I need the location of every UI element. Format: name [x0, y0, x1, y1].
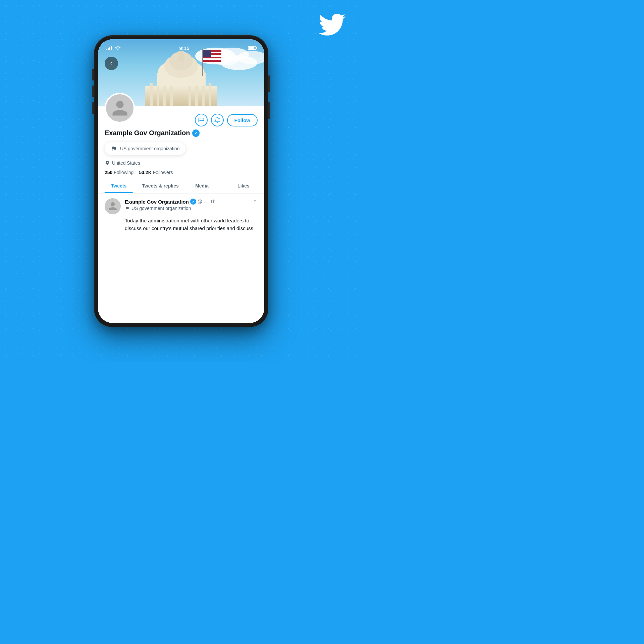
- tweet-name-row: Example Gov Organization ✓ @... · 1h: [125, 198, 258, 205]
- tweet-body: Today the administration met with other …: [105, 217, 258, 232]
- battery-icon: [248, 46, 256, 50]
- tab-media[interactable]: Media: [181, 178, 223, 193]
- bell-plus-icon: [214, 117, 220, 123]
- twitter-logo: [319, 13, 345, 35]
- tweet-gov-label: US government organization: [125, 206, 258, 211]
- svg-point-0: [117, 49, 118, 50]
- tab-tweets-replies[interactable]: Tweets & replies: [140, 178, 181, 193]
- stats-row: 250 Following 53.2K Followers: [98, 168, 264, 178]
- back-button[interactable]: [105, 57, 118, 70]
- svg-rect-25: [203, 58, 221, 60]
- phone-frame: 9:15: [94, 35, 268, 327]
- svg-rect-15: [209, 83, 211, 106]
- followers-label: Followers: [153, 170, 173, 175]
- svg-rect-8: [150, 83, 153, 106]
- signal-bar-1: [106, 49, 107, 50]
- following-stat[interactable]: 250 Following: [105, 170, 133, 175]
- tweet-item: Example Gov Organization ✓ @... · 1h: [98, 194, 264, 237]
- chevron-left-icon: [109, 61, 114, 66]
- phone-mockup: 9:15: [94, 35, 268, 327]
- profile-content: Follow Example Gov Organization ✓ US gov…: [98, 106, 264, 237]
- flag-icon: [111, 146, 117, 152]
- tweet-flag-icon: [125, 206, 129, 211]
- action-buttons: Follow: [195, 110, 258, 126]
- following-count: 250: [105, 170, 112, 175]
- follow-button[interactable]: Follow: [227, 114, 258, 126]
- avatar: [105, 93, 135, 123]
- wifi-icon: [115, 46, 121, 50]
- tab-likes[interactable]: Likes: [223, 178, 264, 193]
- signal-bar-3: [109, 47, 110, 50]
- tweet-info: Example Gov Organization ✓ @... · 1h: [125, 198, 258, 214]
- status-right: [248, 46, 256, 50]
- profile-name-section: Example Gov Organization ✓: [98, 126, 264, 140]
- tweet-time: 1h: [210, 199, 216, 204]
- status-bar: 9:15: [98, 39, 264, 54]
- tweet-header: Example Gov Organization ✓ @... · 1h: [105, 198, 258, 214]
- svg-rect-12: [189, 83, 191, 106]
- svg-rect-10: [163, 83, 166, 106]
- svg-rect-14: [202, 83, 205, 106]
- tweet-avatar: [105, 198, 121, 214]
- profile-tabs: Tweets Tweets & replies Media Likes: [98, 178, 264, 194]
- avatar-container: [105, 93, 135, 123]
- gov-label-pill: US government organization: [105, 142, 185, 155]
- followers-stat[interactable]: 53.2K Followers: [139, 170, 173, 175]
- tweet-chevron-icon[interactable]: [252, 198, 258, 205]
- notification-button[interactable]: [211, 114, 224, 126]
- tweet-avatar-icon: [108, 201, 118, 211]
- signal-bar-2: [108, 48, 109, 50]
- battery-fill: [249, 47, 254, 49]
- tweet-handle: @...: [198, 199, 206, 204]
- profile-name-text: Example Gov Organization: [105, 129, 190, 137]
- svg-rect-9: [157, 83, 159, 106]
- location-row: United States: [98, 158, 264, 168]
- status-left: [106, 46, 121, 50]
- message-icon: [198, 117, 204, 123]
- tab-tweets[interactable]: Tweets: [98, 178, 140, 193]
- status-time: 9:15: [179, 45, 189, 51]
- location-icon: [105, 160, 110, 166]
- profile-name: Example Gov Organization ✓: [105, 129, 258, 137]
- chevron-down-icon: [252, 198, 258, 204]
- gov-label-text: US government organization: [120, 146, 179, 151]
- svg-rect-7: [145, 86, 217, 106]
- followers-count: 53.2K: [139, 170, 151, 175]
- message-button[interactable]: [195, 114, 208, 126]
- avatar-icon: [111, 99, 129, 117]
- tweet-gov-label-text: US government organization: [131, 206, 191, 211]
- tweet-verified-badge: ✓: [190, 199, 196, 205]
- svg-rect-13: [195, 83, 198, 106]
- phone-screen: 9:15: [98, 39, 264, 323]
- following-label: Following: [114, 170, 133, 175]
- signal-bar-4: [111, 46, 112, 50]
- tweet-dot: ·: [208, 199, 209, 204]
- signal-icon: [106, 46, 112, 50]
- location-text: United States: [112, 160, 140, 166]
- verified-badge: ✓: [192, 129, 200, 137]
- tweet-author-name: Example Gov Organization: [125, 199, 189, 205]
- svg-rect-11: [170, 83, 173, 106]
- profile-top-row: Follow: [98, 106, 264, 126]
